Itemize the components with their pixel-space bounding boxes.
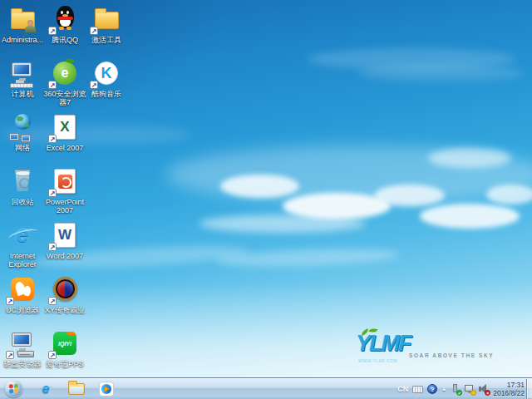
- icon-label: 360安全浏览器7: [43, 90, 86, 107]
- shortcut-arrow-icon: ↗: [48, 297, 57, 305]
- icon-label: 爱奇艺PPS: [43, 360, 86, 368]
- hidden-icons-chevron[interactable]: ▲: [441, 387, 446, 392]
- icon-label: 激活工具: [85, 36, 128, 44]
- document-page-icon: W: [54, 223, 76, 248]
- show-desktop-button[interactable]: [526, 379, 532, 398]
- shortcut-arrow-icon: ↗: [48, 189, 57, 197]
- icon-label: 网络: [1, 144, 44, 152]
- monitor-icon: [21, 135, 31, 142]
- hard-drive-icon: [17, 351, 34, 357]
- icon-label: 计算机: [1, 90, 44, 98]
- powerpoint-badge-icon: [58, 175, 72, 189]
- globe-icon: [15, 114, 31, 130]
- shortcut-arrow-icon: ↗: [6, 351, 14, 359]
- desktop-icon-hdd-installer[interactable]: ↗ 硬盘安装器: [1, 328, 44, 368]
- ie-icon: e: [10, 220, 35, 249]
- time-text: 17:31: [493, 381, 525, 389]
- desktop-icon-activation-tools[interactable]: ↗ 激活工具: [85, 4, 128, 44]
- safely-remove-hardware-icon[interactable]: ✓: [451, 384, 461, 395]
- qq-penguin-icon: [57, 6, 74, 28]
- shortcut-arrow-icon: ↗: [90, 27, 98, 35]
- network-warning-icon[interactable]: [465, 384, 475, 395]
- monitor-icon: [9, 133, 19, 140]
- 360-browser-icon: e: [53, 62, 76, 85]
- desktop-icon-iqiyi[interactable]: iQIYI ↗ 爱奇艺PPS: [43, 328, 86, 368]
- folder-icon: [68, 383, 85, 395]
- cloud-shape: [486, 185, 532, 204]
- desktop-icon-tencent-qq[interactable]: ↗ 腾讯QQ: [43, 4, 86, 44]
- uc-squirrel-icon: [11, 278, 34, 301]
- user-badge-icon: [25, 20, 36, 32]
- icon-label: PowerPoint 2007: [43, 198, 86, 215]
- media-player-icon: [99, 382, 114, 397]
- shortcut-arrow-icon: ↗: [90, 81, 98, 89]
- icon-label: 腾讯QQ: [43, 36, 86, 44]
- windows-flag-icon: [9, 384, 19, 394]
- game-orb-icon: [53, 277, 77, 301]
- icon-label: Administra...: [1, 36, 44, 44]
- ylmf-tagline: SOAR ABOVE THE SKY: [409, 352, 494, 358]
- recycle-bin-icon: [14, 170, 31, 191]
- desktop-icon-uc-browser[interactable]: ↗ UC浏览器: [1, 274, 44, 314]
- kugou-music-icon: K: [95, 62, 118, 85]
- desktop-icon-computer[interactable]: 计算机: [1, 58, 44, 98]
- desktop-icon-powerpoint[interactable]: ↗ PowerPoint 2007: [43, 166, 86, 215]
- clock[interactable]: 17:31 2016/8/22: [493, 381, 525, 397]
- monitor-icon: [12, 62, 32, 76]
- taskbar-media-player-button[interactable]: [96, 380, 117, 398]
- desktop-icon-excel[interactable]: X ↗ Excel 2007: [43, 112, 86, 152]
- cloud-shape: [420, 204, 520, 229]
- ylmf-url: WWW.YLMF.COM: [358, 358, 397, 363]
- cloud-shape: [220, 175, 299, 198]
- icon-label: Excel 2007: [43, 144, 86, 152]
- cloud-shape: [428, 148, 511, 168]
- desktop-icon-xy-game[interactable]: ↗ XY传奇霸业: [43, 274, 86, 314]
- taskbar-ie-button[interactable]: e: [35, 380, 57, 398]
- desktop-icon-recycle-bin[interactable]: 回收站: [1, 166, 44, 206]
- shortcut-arrow-icon: ↗: [48, 135, 57, 143]
- desktop-icon-network[interactable]: 网络: [1, 112, 44, 152]
- desktop-icon-360-browser[interactable]: e ↗ 360安全浏览器7: [43, 58, 86, 107]
- language-indicator[interactable]: CN: [397, 385, 408, 393]
- desktop-icon-word[interactable]: W ↗ Word 2007: [43, 220, 86, 260]
- date-text: 2016/8/22: [493, 389, 525, 397]
- shortcut-arrow-icon: ↗: [48, 351, 57, 359]
- volume-muted-icon[interactable]: ×: [479, 384, 489, 395]
- start-button[interactable]: [5, 380, 22, 397]
- document-page-icon: [54, 169, 76, 194]
- desktop-icon-kugou-music[interactable]: K ↗ 酷狗音乐: [85, 58, 128, 98]
- system-tray: CN ? ▲ ✓ × 17:31 2016/8/22: [397, 378, 525, 399]
- desktop-icon-administrator[interactable]: Administra...: [1, 4, 44, 44]
- cloud-shape: [357, 65, 524, 81]
- shortcut-arrow-icon: ↗: [48, 27, 57, 35]
- iqiyi-icon: iQIYI: [53, 332, 76, 355]
- icon-label: UC浏览器: [1, 306, 44, 314]
- icon-label: 酷狗音乐: [85, 90, 128, 98]
- taskbar-explorer-button[interactable]: [66, 380, 87, 398]
- icon-label: XY传奇霸业: [43, 306, 86, 314]
- soft-keyboard-icon[interactable]: [412, 386, 423, 393]
- icon-label: 回收站: [1, 198, 44, 206]
- icon-label: Internet Explorer: [1, 252, 44, 269]
- desktop-icon-internet-explorer[interactable]: e Internet Explorer: [1, 220, 44, 269]
- icon-label: Word 2007: [43, 252, 86, 260]
- shortcut-arrow-icon: ↗: [48, 243, 57, 251]
- document-page-icon: X: [54, 115, 76, 140]
- desktop: Administra... ↗ 腾讯QQ ↗ 激活工具 计算机 e ↗ 360安…: [0, 0, 532, 399]
- keyboard-icon: [10, 83, 33, 88]
- icon-label: 硬盘安装器: [1, 360, 44, 368]
- folder-icon: [95, 12, 119, 29]
- shortcut-arrow-icon: ↗: [48, 81, 57, 89]
- help-tray-icon[interactable]: ?: [427, 384, 437, 394]
- taskbar: e CN ? ▲ ✓ × 17:31 2016/8/22: [0, 377, 532, 399]
- shortcut-arrow-icon: ↗: [6, 297, 14, 305]
- monitor-icon: [12, 332, 32, 347]
- cloud-shape: [200, 214, 366, 233]
- ylmf-watermark: YLMF SOAR ABOVE THE SKY WWW.YLMF.COM: [356, 332, 505, 367]
- cloud-shape: [374, 185, 445, 206]
